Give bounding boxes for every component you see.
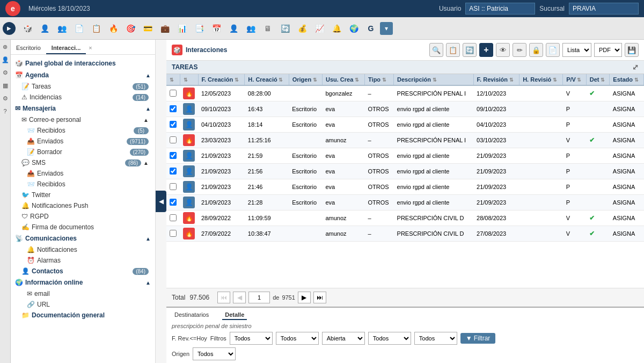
table-row[interactable]: 🔥 12/05/2023 08:28:00 bgonzalez – PRESCR… — [166, 85, 644, 101]
row-cell-checkbox[interactable] — [166, 101, 180, 117]
col-checkbox[interactable] — [166, 74, 180, 85]
sidebar-item-personal-email[interactable]: ✉ Correo-e personal ▲ — [11, 114, 155, 125]
sidebar-item-received[interactable]: 📨 Recibidos (5) — [11, 125, 155, 136]
sidebar-item-incidents[interactable]: ⚠ Incidencias (14) — [11, 92, 155, 103]
toolbar-g-icon[interactable]: G — [363, 20, 379, 37]
left-question-icon[interactable]: ? — [1, 107, 10, 115]
first-page-btn[interactable]: ⏮ — [217, 292, 230, 303]
sidebar-item-twitter[interactable]: 🐦 Twitter — [11, 190, 155, 200]
logo[interactable]: e — [5, 1, 20, 16]
left-settings-icon[interactable]: ⚙ — [1, 68, 10, 77]
row-cell-checkbox[interactable] — [166, 85, 180, 101]
filter-select-1[interactable]: Todos — [230, 332, 273, 345]
row-cell-checkbox[interactable] — [166, 179, 180, 195]
tab-interactions[interactable]: Interacci... — [46, 42, 86, 54]
sidebar-item-sms-sent[interactable]: 📤 Enviados — [11, 168, 155, 179]
sidebar-item-email-sub[interactable]: ✉ email — [11, 288, 155, 299]
tab-desktop[interactable]: Escritorio — [11, 42, 46, 54]
table-row[interactable]: 👤 04/10/2023 18:14 Escritorio eva OTROS … — [166, 117, 644, 133]
sidebar-item-signature[interactable]: ✍ Firma de documentos — [11, 222, 155, 233]
sidebar-item-sms-received[interactable]: 📨 Recibidos — [11, 179, 155, 190]
lock-btn[interactable]: 🔒 — [529, 43, 543, 57]
table-row[interactable]: 👤 21/09/2023 21:46 Escritorio eva OTROS … — [166, 179, 644, 195]
filter-select-5[interactable]: Todos — [414, 332, 457, 345]
row-checkbox[interactable] — [170, 121, 177, 128]
row-cell-checkbox[interactable] — [166, 148, 180, 164]
toolbar-card-icon[interactable]: 💳 — [140, 20, 156, 37]
toolbar-dice-icon[interactable]: 🎲 — [19, 20, 35, 37]
row-cell-checkbox[interactable] — [166, 117, 180, 133]
filter-button[interactable]: ▼ Filtrar — [460, 333, 496, 344]
view-select[interactable]: Lista — [562, 43, 591, 57]
row-checkbox[interactable] — [170, 199, 177, 206]
tab-destinations[interactable]: Destinatarios — [172, 310, 211, 320]
row-cell-checkbox[interactable] — [166, 195, 180, 210]
toolbar-refresh-icon[interactable]: 🔄 — [277, 20, 293, 37]
search-btn[interactable]: 🔍 — [429, 43, 443, 57]
left-home-icon[interactable]: ⊕ — [1, 42, 10, 51]
sidebar-item-sent[interactable]: 📤 Enviados (9711) — [11, 136, 155, 147]
sidebar-global-panel[interactable]: 🎲 Panel global de interacciones — [11, 57, 155, 69]
sidebar-item-docs[interactable]: 📁 Documentación general — [11, 310, 155, 321]
tab-close-btn[interactable]: × — [86, 42, 94, 54]
export-select[interactable]: PDF — [594, 43, 622, 57]
table-row[interactable]: 👤 09/10/2023 16:43 Escritorio eva OTROS … — [166, 101, 644, 117]
pdf-icon-btn[interactable]: 📄 — [546, 43, 560, 57]
toolbar-trend-icon[interactable]: 📈 — [311, 20, 327, 37]
filter-select-4[interactable]: Todos — [368, 332, 411, 345]
toolbar-doc-icon[interactable]: 📄 — [71, 20, 87, 37]
left-bar-icon[interactable]: ▦ — [1, 81, 10, 90]
toolbar-users2-icon[interactable]: 👥 — [243, 20, 259, 37]
page-number-input[interactable] — [248, 292, 270, 303]
toolbar-target-icon[interactable]: 🎯 — [122, 20, 138, 37]
toolbar-users-icon[interactable]: 👥 — [54, 20, 70, 37]
toolbar-user2-icon[interactable]: 👤 — [225, 20, 241, 37]
col-description[interactable]: Descripción — [394, 74, 474, 85]
row-cell-checkbox[interactable] — [166, 133, 180, 148]
left-user-icon[interactable]: 👤 — [1, 55, 10, 64]
sidebar-item-tasks[interactable]: 📝 Tareas (51) — [11, 81, 155, 92]
toolbar-list-icon[interactable]: 📋 — [88, 20, 104, 37]
sidebar-item-url[interactable]: 🔗 URL — [11, 299, 155, 310]
eye-btn[interactable]: 👁 — [496, 43, 510, 57]
col-pv[interactable]: P/V — [563, 74, 587, 85]
toolbar-world-icon[interactable]: 🌍 — [346, 20, 362, 37]
save-btn[interactable]: 💾 — [625, 43, 639, 57]
collapse-sidebar-btn[interactable]: ◀ — [156, 191, 166, 212]
toolbar-more-btn[interactable]: ▾ — [380, 22, 393, 35]
sidebar-item-contacts[interactable]: 👤 Contactos (84) — [11, 266, 155, 277]
col-date-created[interactable]: F. Creación — [198, 74, 245, 85]
copy-btn[interactable]: 📋 — [446, 43, 460, 57]
row-cell-checkbox[interactable] — [166, 164, 180, 179]
sidebar-item-sms[interactable]: 💬 SMS (86) ▲ — [11, 157, 155, 168]
sidebar-communications-header[interactable]: 📡 Comunicaciones ▲ — [11, 233, 155, 244]
toolbar-monitor-icon[interactable]: 🖥 — [260, 20, 276, 37]
row-checkbox[interactable] — [170, 230, 177, 237]
toolbar-report-icon[interactable]: 📑 — [191, 20, 207, 37]
filter-select-2[interactable]: Todos — [276, 332, 319, 345]
row-checkbox[interactable] — [170, 152, 177, 159]
tab-detail[interactable]: Detalle — [222, 310, 247, 320]
sidebar-item-notifications[interactable]: 🔔 Notificaciones — [11, 244, 155, 255]
last-page-btn[interactable]: ⏭ — [313, 292, 326, 303]
row-checkbox[interactable] — [170, 168, 177, 175]
toolbar-case-icon[interactable]: 💼 — [157, 20, 173, 37]
col-type[interactable]: Tipo — [365, 74, 394, 85]
row-checkbox[interactable] — [170, 136, 177, 143]
toggle-sidebar-btn[interactable]: ▶ — [3, 22, 16, 35]
row-cell-checkbox[interactable] — [166, 210, 180, 226]
toolbar-chart-icon[interactable]: 📊 — [174, 20, 190, 37]
row-checkbox[interactable] — [170, 105, 177, 112]
sidebar-item-rgpd[interactable]: 🛡 RGPD — [11, 211, 155, 222]
table-row[interactable]: 👤 21/09/2023 21:56 Escritorio eva OTROS … — [166, 164, 644, 179]
table-row[interactable]: 🔥 23/03/2023 11:25:16 amunoz – PRESCRIPC… — [166, 133, 644, 148]
prev-page-btn[interactable]: ◀ — [233, 292, 246, 303]
next-page-btn[interactable]: ▶ — [298, 292, 311, 303]
table-row[interactable]: 🔥 27/09/2022 10:38:47 amunoz – PRESCRIPC… — [166, 226, 644, 242]
toolbar-calendar-icon[interactable]: 📅 — [208, 20, 224, 37]
filter-select-3[interactable]: Abierta — [322, 332, 365, 345]
sidebar-item-draft[interactable]: 📝 Borrador (270) — [11, 147, 155, 157]
row-checkbox[interactable] — [170, 214, 177, 221]
refresh-btn[interactable]: 🔄 — [463, 43, 477, 57]
sidebar-online-info-header[interactable]: 🌍 Información online ▲ — [11, 277, 155, 288]
